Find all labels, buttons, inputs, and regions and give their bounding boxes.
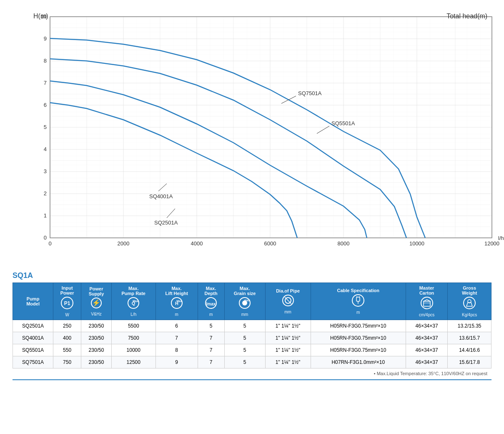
svg-text:Max: Max: [176, 300, 182, 303]
svg-text:0: 0: [48, 240, 51, 247]
th-pump-model: Pump Model: [13, 283, 53, 320]
cell-max_lift_height: 9: [155, 356, 198, 368]
th-dia-of-pipe: Dia.of Pipe mm: [265, 283, 311, 320]
cell-master_carton: 46×34×37: [406, 344, 447, 356]
svg-text:Max: Max: [133, 300, 138, 303]
curve-label-sq2501a: SQ2501A: [154, 220, 178, 226]
svg-text:4000: 4000: [191, 240, 203, 247]
table-row: SQ4001A400230/5075007751" 1¼" 1½"H05RN-F…: [13, 332, 491, 344]
cell-input_power: 750: [53, 356, 81, 368]
y-axis-label: H(m): [33, 13, 48, 20]
th-max-grain-size: Max.Grain size max mm: [224, 283, 265, 320]
svg-text:2: 2: [44, 190, 47, 197]
table-row: SQ2501A250230/5055006551" 1¼" 1½"H05RN-F…: [13, 320, 491, 332]
svg-text:12000: 12000: [484, 240, 499, 247]
svg-text:8000: 8000: [338, 240, 350, 247]
cell-max_pump_rate: 10000: [111, 344, 155, 356]
cell-max_pump_rate: 12500: [111, 356, 155, 368]
svg-text:5: 5: [44, 124, 47, 130]
cell-dia_of_pipe: 1" 1¼" 1½": [265, 356, 311, 368]
svg-rect-122: [356, 297, 360, 301]
svg-text:6000: 6000: [264, 240, 276, 247]
cell-max_grain_size: 5: [224, 356, 265, 368]
cell-cable_specification: H05RN-F3G0.75mm²×10: [311, 320, 406, 332]
cell-max_pump_rate: 7500: [111, 332, 155, 344]
table-row: SQ5501A550230/50100008751" 1¼" 1½"H05RN-…: [13, 344, 491, 356]
cell-dia_of_pipe: 1" 1¼" 1½": [265, 332, 311, 344]
cell-master_carton: 46×34×37: [406, 320, 447, 332]
svg-text:10000: 10000: [409, 240, 424, 247]
table-section: SQ1A Pump Model InputPower P1 W: [13, 271, 491, 380]
svg-text:1: 1: [44, 212, 47, 219]
cell-power_supply: 230/50: [81, 344, 112, 356]
cell-dia_of_pipe: 1" 1¼" 1½": [265, 320, 311, 332]
cell-power_supply: 230/50: [81, 356, 112, 368]
svg-text:lmax: lmax: [206, 302, 216, 306]
chart-area: H(m) Total head(m): [13, 13, 491, 259]
cell-max_depth: 5: [198, 320, 224, 332]
cell-max_lift_height: 8: [155, 344, 198, 356]
th-input-power: InputPower P1 W: [53, 283, 81, 320]
cell-max_lift_height: 7: [155, 332, 198, 344]
chart-svg: 0 1 2 3 4 5 6 7 8 9 10 0 2000 4000 6000 …: [33, 13, 504, 259]
svg-text:0: 0: [44, 235, 47, 241]
th-cable-specification: Cable Specification m: [311, 283, 406, 320]
cell-max_pump_rate: 5500: [111, 320, 155, 332]
cell-master_carton: 46×34×37: [406, 356, 447, 368]
chart-container: H(m) Total head(m): [33, 13, 491, 259]
curve-label-sq7501a: SQ7501A: [298, 90, 322, 96]
svg-text:3: 3: [44, 168, 47, 174]
curve-label-sq5501a: SQ5501A: [331, 120, 355, 126]
th-max-pump-rate: Max.Pump Rate Q Max L/h: [111, 283, 155, 320]
cell-power_supply: 230/50: [81, 320, 112, 332]
svg-text:2000: 2000: [118, 240, 130, 247]
cell-power_supply: 230/50: [81, 332, 112, 344]
th-max-lift-height: Max.Lift Height H Max m: [155, 283, 198, 320]
svg-text:7: 7: [44, 80, 47, 86]
cell-max_lift_height: 6: [155, 320, 198, 332]
cell-max_grain_size: 5: [224, 344, 265, 356]
cell-input_power: 250: [53, 320, 81, 332]
footer-note: • Max.Liquid Temperature: 35°C, 110V/60H…: [13, 371, 491, 376]
cell-max_grain_size: 5: [224, 320, 265, 332]
table-row: SQ7501A750230/50125009751" 1¼" 1½"H07RN-…: [13, 356, 491, 368]
cell-pump_model: SQ5501A: [13, 344, 53, 356]
cell-input_power: 550: [53, 344, 81, 356]
svg-text:9: 9: [44, 35, 47, 42]
cell-gross_weight: 13.2/15.35: [448, 320, 491, 332]
cell-pump_model: SQ4001A: [13, 332, 53, 344]
svg-rect-127: [424, 301, 430, 306]
cell-max_depth: 7: [198, 332, 224, 344]
cell-max_depth: 7: [198, 356, 224, 368]
svg-text:l/h: l/h: [498, 235, 504, 241]
cell-dia_of_pipe: 1" 1¼" 1½": [265, 344, 311, 356]
cell-pump_model: SQ2501A: [13, 320, 53, 332]
specs-table: Pump Model InputPower P1 W PowerSupply: [13, 283, 491, 368]
svg-text:⚡: ⚡: [92, 299, 100, 307]
curve-label-sq4001a: SQ4001A: [149, 193, 173, 199]
cell-max_depth: 7: [198, 344, 224, 356]
svg-text:6: 6: [44, 102, 47, 108]
svg-text:max: max: [244, 299, 250, 302]
cell-max_grain_size: 5: [224, 332, 265, 344]
cell-pump_model: SQ7501A: [13, 356, 53, 368]
th-power-supply: PowerSupply ⚡ V&Hz: [81, 283, 112, 320]
svg-point-121: [352, 295, 364, 306]
cell-gross_weight: 15.6/17.8: [448, 356, 491, 368]
th-gross-weight: GrossWeight Kg/4pcs: [448, 283, 491, 320]
chart-title-right: Total head(m): [446, 13, 487, 20]
cell-cable_specification: H05RN-F3G0.75mm²×10: [311, 332, 406, 344]
th-master-carton: MasterCarton cm/4pcs: [406, 283, 447, 320]
cell-gross_weight: 13.6/15.7: [448, 332, 491, 344]
cell-cable_specification: H07RN-F3G1.0mm²×10: [311, 356, 406, 368]
table-title: SQ1A: [13, 271, 491, 280]
svg-text:4: 4: [44, 146, 47, 152]
cell-master_carton: 46×34×37: [406, 332, 447, 344]
cell-cable_specification: H05RN-F3G0.75mm²×10: [311, 344, 406, 356]
footer-line: [13, 379, 491, 380]
cell-input_power: 400: [53, 332, 81, 344]
cell-gross_weight: 14.4/16.6: [448, 344, 491, 356]
th-max-depth: Max.Depth lmax m: [198, 283, 224, 320]
svg-text:P1: P1: [64, 300, 70, 306]
svg-text:8: 8: [44, 58, 47, 64]
